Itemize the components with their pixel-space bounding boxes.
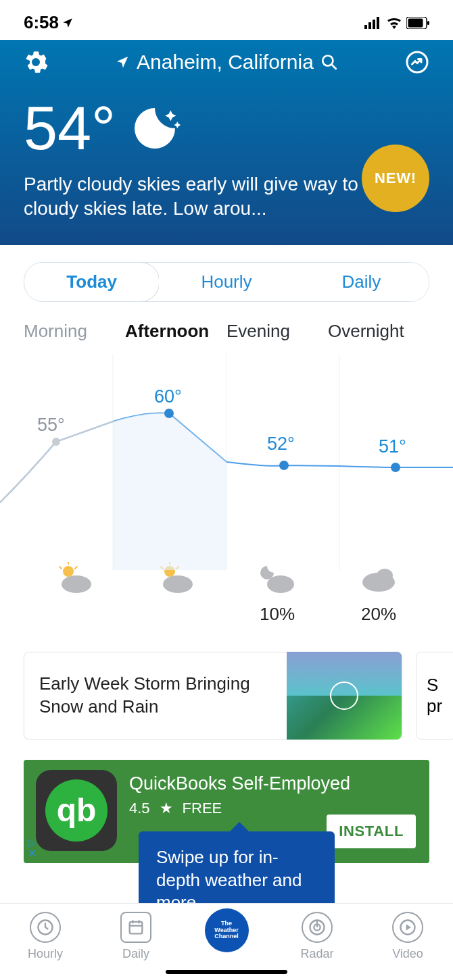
chart-temp-morning: 55° <box>37 415 65 436</box>
wifi-icon <box>386 17 402 29</box>
daypart-overnight[interactable]: Overnight <box>328 315 429 347</box>
svg-rect-6 <box>427 21 429 25</box>
nav-video[interactable]: Video <box>362 912 453 961</box>
home-indicator[interactable] <box>166 970 287 974</box>
svg-rect-0 <box>364 25 367 29</box>
precip-evening: 10% <box>226 604 328 625</box>
calendar-icon <box>126 918 145 937</box>
chart-temp-overnight: 51° <box>379 436 406 457</box>
temperature-chart: 55° 60° 52° 51° <box>0 354 453 570</box>
view-segment: Today Hourly Daily <box>24 262 429 302</box>
trend-icon[interactable] <box>405 50 429 74</box>
battery-icon <box>406 17 429 29</box>
location-text: Anaheim, California <box>137 51 314 74</box>
current-temperature: 54° <box>24 98 116 159</box>
star-icon: ★ <box>160 800 173 817</box>
news-card[interactable]: Early Week Storm Bringing Snow and Rain <box>24 652 402 740</box>
chart-temp-afternoon: 60° <box>154 386 182 407</box>
daypart-afternoon[interactable]: Afternoon <box>125 315 226 347</box>
bottom-nav: Hourly Daily The Weather Channel Radar V… <box>0 903 453 980</box>
news-carousel[interactable]: Early Week Storm Bringing Snow and Rain … <box>0 625 453 740</box>
weather-description: Partly cloudy skies early will give way … <box>24 172 389 222</box>
chart-temp-evening: 52° <box>267 434 295 455</box>
weather-channel-logo: The Weather Channel <box>205 908 249 952</box>
location-arrow-icon <box>115 55 130 70</box>
svg-point-16 <box>391 463 400 472</box>
cellular-icon <box>364 17 382 29</box>
nav-hourly[interactable]: Hourly <box>0 912 91 961</box>
segment-daily[interactable]: Daily <box>294 263 429 301</box>
play-circle-icon <box>398 918 417 937</box>
ad-banner[interactable]: qb QuickBooks Self-Employed 4.5 ★ FREE I… <box>24 760 429 863</box>
radar-icon <box>308 918 327 937</box>
status-time: 6:58 <box>24 12 59 33</box>
play-icon <box>330 681 358 710</box>
segment-hourly[interactable]: Hourly <box>159 263 293 301</box>
news-card-partial[interactable]: S pr <box>416 652 453 740</box>
nav-daily[interactable]: Daily <box>91 912 181 961</box>
svg-rect-3 <box>377 17 379 29</box>
ad-app-icon: qb <box>36 770 117 851</box>
news-headline: Early Week Storm Bringing Snow and Rain <box>24 673 287 719</box>
status-icons <box>364 17 429 29</box>
daypart-evening[interactable]: Evening <box>226 315 328 347</box>
svg-rect-1 <box>368 22 371 29</box>
nav-home[interactable]: The Weather Channel <box>181 912 272 961</box>
adchoices-icon[interactable]: ▷✕ <box>28 837 37 859</box>
nav-radar[interactable]: Radar <box>272 912 362 961</box>
search-icon[interactable] <box>320 53 338 71</box>
header: Anaheim, California 54° NEW! Partly clou… <box>0 40 453 245</box>
svg-rect-2 <box>373 20 375 29</box>
settings-gear-icon[interactable] <box>24 50 48 74</box>
ad-price: FREE <box>183 800 222 817</box>
moon-icon <box>128 101 182 155</box>
svg-rect-5 <box>408 18 423 27</box>
segment-today[interactable]: Today <box>24 262 160 302</box>
ad-title: QuickBooks Self-Employed <box>129 773 417 794</box>
ad-rating: 4.5 <box>129 800 150 817</box>
status-bar: 6:58 <box>0 0 453 40</box>
daypart-tabs: Morning Afternoon Evening Overnight <box>0 315 453 347</box>
location-selector[interactable]: Anaheim, California <box>115 51 338 74</box>
daypart-morning[interactable]: Morning <box>24 315 125 347</box>
svg-point-14 <box>164 409 174 418</box>
svg-point-18 <box>62 575 91 593</box>
svg-line-8 <box>331 64 336 69</box>
svg-point-15 <box>279 461 289 470</box>
install-button[interactable]: INSTALL <box>327 815 416 848</box>
new-badge[interactable]: NEW! <box>362 145 429 212</box>
news-thumbnail <box>287 652 402 740</box>
clock-icon <box>36 918 55 937</box>
svg-rect-25 <box>130 922 143 934</box>
precip-overnight: 20% <box>328 604 429 625</box>
svg-point-20 <box>163 575 193 593</box>
svg-point-23 <box>377 569 393 582</box>
location-services-icon <box>62 17 74 29</box>
svg-point-21 <box>267 575 294 593</box>
svg-point-13 <box>52 438 60 446</box>
